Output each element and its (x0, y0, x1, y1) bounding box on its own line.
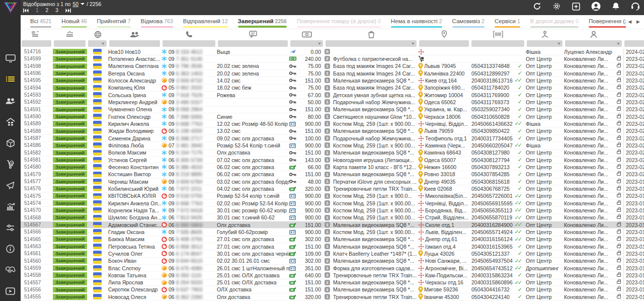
column-header-payment[interactable] (289, 29, 325, 39)
sidebar-item-orders[interactable] (0, 69, 21, 90)
table-row[interactable]: 514560ЗавершенийБокоч Иван099 644 651002… (21, 258, 644, 265)
column-filter-input[interactable] (471, 40, 524, 47)
tab-Завершений[interactable]: Завершений2256 (233, 15, 292, 28)
column-header-country[interactable] (87, 29, 108, 39)
table-row[interactable]: 514588ЗавершенийЖидак Володимир066 199 4… (21, 128, 644, 135)
user-avatar-icon[interactable] (591, 2, 601, 13)
sidebar-item-warehouse[interactable] (0, 111, 21, 132)
filter-dropdown-icon[interactable] (557, 43, 560, 45)
gear-icon[interactable] (552, 2, 561, 13)
column-header-id[interactable]: ID (21, 29, 53, 39)
table-row[interactable]: 514595ЗавершенийКолосок Александр093 559… (21, 77, 644, 84)
column-header-customer[interactable] (108, 29, 162, 39)
table-row[interactable]: 514579ЗавершенийКостишин Виктор098 219 9… (21, 171, 644, 178)
tab-Повернення товару (в дорозі)[interactable]: Повернення товару (в дорозі)0 (292, 15, 386, 28)
table-row[interactable]: 514582ЗавершенийВолков Максим096 154 717… (21, 149, 644, 157)
table-row[interactable]: 514580ЗавершенийФесенко Константин068 38… (21, 164, 644, 171)
column-header-delivery[interactable] (526, 29, 564, 39)
tabs-scroll-left-icon[interactable]: ◀ (628, 19, 631, 24)
table-row[interactable]: 514590ЗавершенийГнатюк Олексндр067 398 5… (21, 113, 644, 120)
page-number-3[interactable]: 3 (55, 8, 58, 13)
table-row[interactable]: 514575ЗавершенийКВІТОВСЬКА ЮЛІЯ099 518 0… (21, 193, 644, 200)
filter-dropdown-icon[interactable] (412, 43, 415, 45)
column-header-phone[interactable] (162, 29, 217, 39)
tab-Сервіси[interactable]: Сервіси1 (490, 15, 525, 28)
table-row[interactable]: 514716ЗавершенийНов10 Нов10098 153 4612В… (21, 48, 644, 55)
table-row[interactable]: 514591ЗавершенийЧумаченко Олена098 058 2… (21, 106, 644, 113)
table-row[interactable]: 514566ЗавершенийГладик Оксана097 935 860… (21, 229, 644, 236)
table-row[interactable]: 514567ЗавершенийАдамовский Станис...066 … (21, 221, 644, 229)
table-row[interactable]: 514581ЗавершенийУстинов Сергей068 305 57… (21, 157, 644, 164)
column-header-status[interactable] (53, 29, 87, 39)
filter-dropdown-icon[interactable] (617, 43, 620, 45)
page-number-1[interactable]: 1 (36, 8, 39, 13)
table-row[interactable]: 514587ЗавершенийСеменюк Дарина098 398 27… (21, 135, 644, 142)
sidebar-item-settings[interactable] (0, 217, 21, 238)
sidebar-item-products[interactable] (0, 132, 21, 154)
table-row[interactable]: 514557ЗавершенийЛила Ярослав098 254 5020… (21, 279, 644, 286)
table-row[interactable]: 514555ЗавершенийНовосад Олеся068 362 239… (21, 293, 644, 300)
sidebar-item-statistics[interactable] (0, 196, 21, 217)
table-row[interactable]: 514586ЗавершенийФіліпова Люба073 481 394… (21, 142, 644, 149)
table-row[interactable]: 514598ЗавершенийМалютина Светлана096 796… (21, 63, 644, 70)
column-filter-input[interactable] (88, 40, 107, 47)
page-number-2[interactable]: 2 (46, 8, 49, 13)
column-filter-input[interactable] (290, 40, 323, 47)
per-page-caret-icon[interactable] (80, 3, 85, 5)
sidebar-item-dropshipping[interactable]: @ (0, 154, 21, 175)
sidebar-item-customers[interactable] (0, 90, 21, 111)
column-filter-input[interactable] (527, 40, 562, 47)
tab-Новый[interactable]: Новый46 (56, 15, 92, 28)
table-row[interactable]: 514559ЗавершенийВлас Слотюу068 475 40802… (21, 265, 644, 272)
last-page-icon[interactable] (65, 9, 71, 13)
table-row[interactable]: 514565ЗавершенийБаюка Максим066 408 3756… (21, 236, 644, 243)
column-filter-input[interactable] (326, 40, 417, 47)
sidebar-item-video-tutorials[interactable] (0, 280, 21, 301)
tab-Всі[interactable]: Всі4521 (25, 15, 56, 28)
add-order-icon[interactable] (572, 3, 580, 13)
tab-Прийнятий[interactable]: Прийнятий7 (92, 15, 136, 28)
table-row[interactable]: 514592ЗавершенийМерклингер Андрей093 490… (21, 99, 644, 106)
tabs-scroll-right-icon[interactable]: ▶ (636, 19, 640, 24)
table-row[interactable]: 514589ЗавершенийКирилич Анжела096 668 77… (21, 120, 644, 127)
sidebar-item-dashboard[interactable] (0, 48, 21, 69)
column-filter-input[interactable] (419, 40, 469, 47)
table-row[interactable]: 514593ЗавершенийСольська Ірина097 918 75… (21, 92, 644, 99)
per-page-select[interactable]: 50 (72, 1, 78, 7)
column-filter-input[interactable] (218, 40, 288, 47)
table-row[interactable]: 514558ЗавершенийКовпак Татьяна098 393 11… (21, 272, 644, 279)
filter-dropdown-icon[interactable] (102, 43, 105, 45)
sidebar-item-partners[interactable] (0, 259, 21, 280)
table-row[interactable]: 514594ЗавершенийКомпанец Юля050 962 2032… (21, 85, 644, 92)
column-header-address[interactable] (418, 29, 470, 39)
column-filter-input[interactable] (565, 40, 622, 47)
table-row[interactable]: 514556ЗавершенийСиротюк Олександр099 637… (21, 286, 644, 293)
tab-В дорозі додому[interactable]: В дорозі додому0 (525, 15, 584, 28)
column-filter-input[interactable] (22, 40, 51, 47)
table-row[interactable]: 514599ЗавершенийПотапенко Анастас...097 … (21, 55, 644, 62)
column-header-ttn[interactable] (470, 29, 526, 39)
table-row[interactable]: 514596ЗавершенийВегера Оксана096 363 140… (21, 70, 644, 77)
column-filter-input[interactable] (163, 40, 215, 47)
table-row[interactable]: 514576ЗавершенийКобилинський Юрий067 972… (21, 185, 644, 192)
table-row[interactable]: 514563ЗавершенийПетровська Тетяна066 958… (21, 243, 644, 250)
tab-Нема в наявності[interactable]: Нема в наявності2 (386, 15, 447, 28)
column-header-manager[interactable] (564, 29, 623, 39)
column-header-comment[interactable] (217, 29, 289, 39)
tab-Відправлений[interactable]: Відправлений12 (178, 15, 233, 28)
table-row[interactable]: 514577ЗавершенийЧерниш Максим093 609 678… (21, 178, 644, 185)
column-header-date[interactable] (623, 29, 644, 39)
column-filter-input[interactable] (54, 40, 86, 47)
column-filter-input[interactable] (624, 40, 644, 47)
table-row[interactable]: 514561ЗавершенийСучилов Олег066 174 8047… (21, 250, 644, 257)
support-headset-icon[interactable] (631, 2, 640, 13)
column-filter-input[interactable] (109, 40, 160, 47)
table-row[interactable]: 514570ЗавершенийКорнелюк Надія Та...097 … (21, 207, 644, 214)
tab-Відмова[interactable]: Відмова763 (136, 15, 178, 28)
app-logo-icon[interactable] (4, 2, 17, 16)
tab-Повернення (завершений)[interactable]: Повернення (завершений)125 (584, 15, 626, 28)
bell-icon[interactable] (612, 2, 620, 13)
first-page-icon[interactable] (23, 9, 29, 13)
table-row[interactable]: 514568ЗавершенийШумляс Богдана Ан...067 … (21, 214, 644, 221)
refresh-icon[interactable] (533, 2, 541, 13)
